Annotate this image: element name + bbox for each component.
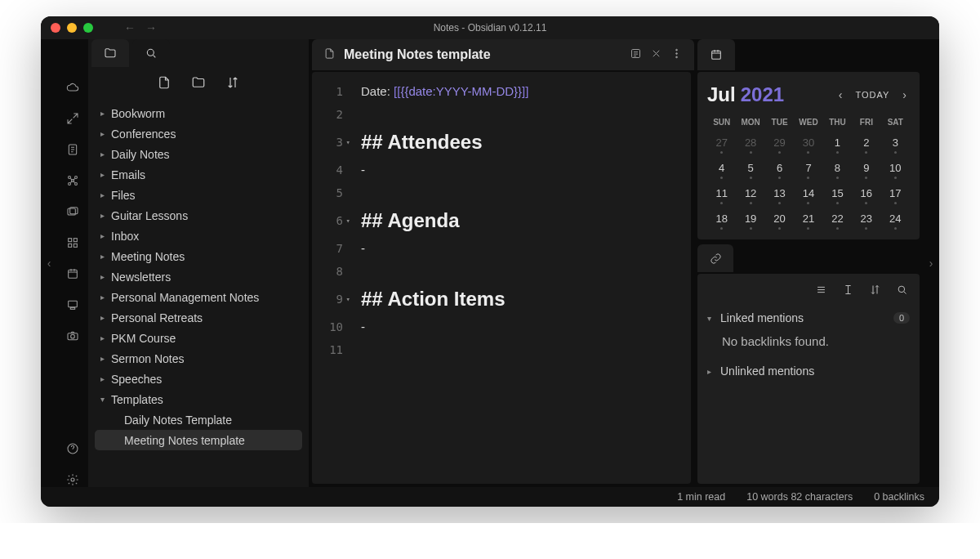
calendar-day[interactable]: 7: [794, 157, 822, 181]
calendar-year: 2021: [741, 83, 784, 106]
folder-row[interactable]: ▸Files: [95, 185, 302, 205]
sort-backlinks-button[interactable]: [869, 284, 881, 298]
new-folder-button[interactable]: [191, 75, 206, 93]
file-tree[interactable]: ▸Bookworm▸Conferences▸Daily Notes▸Emails…: [88, 101, 309, 487]
calendar-day[interactable]: 2: [852, 132, 880, 155]
calendar-day[interactable]: 24: [881, 208, 910, 231]
calendar-icon[interactable]: [65, 266, 80, 281]
close-tab-button[interactable]: [650, 47, 662, 63]
camera-icon[interactable]: [65, 329, 80, 343]
zoom-window-button[interactable]: [83, 23, 93, 33]
calendar-day[interactable]: 6: [765, 157, 794, 181]
calendar-day[interactable]: 22: [823, 208, 852, 231]
calendar-day[interactable]: 17: [881, 182, 910, 206]
sort-button[interactable]: [225, 75, 240, 93]
calendar-day[interactable]: 15: [823, 182, 852, 206]
folder-label: Conferences: [111, 127, 176, 141]
help-icon[interactable]: [65, 441, 80, 456]
preview-mode-button[interactable]: [630, 47, 642, 63]
calendar-prev-button[interactable]: ‹: [835, 88, 846, 101]
folder-row[interactable]: ▸Meeting Notes: [95, 246, 302, 266]
calendar-next-button[interactable]: ›: [899, 88, 910, 101]
folder-row[interactable]: ▸Personal Management Notes: [95, 287, 302, 307]
minimize-window-button[interactable]: [67, 23, 77, 33]
grid-icon[interactable]: [65, 235, 80, 250]
cloud-icon[interactable]: [65, 80, 80, 95]
files-tab[interactable]: [91, 39, 129, 67]
cards-icon[interactable]: [65, 204, 80, 219]
folder-row[interactable]: ▸Personal Retreats: [95, 307, 302, 328]
calendar-day[interactable]: 21: [794, 208, 822, 231]
file-row[interactable]: Meeting Notes template: [95, 430, 302, 450]
calendar-day[interactable]: 16: [852, 182, 880, 206]
calendar-day[interactable]: 1: [823, 132, 852, 155]
folder-row[interactable]: ▸Newsletters: [95, 266, 302, 287]
calendar-dow: FRI: [852, 114, 880, 130]
folder-row[interactable]: ▸Bookworm: [95, 103, 302, 123]
nav-back-button[interactable]: ←: [124, 21, 136, 34]
calendar-day[interactable]: 5: [736, 157, 764, 181]
editor-content[interactable]: Date: [[{{date:YYYY-MM-DD}}]] ## Attende…: [351, 72, 691, 484]
collapse-left-sidebar-button[interactable]: ‹: [41, 39, 57, 487]
folder-row[interactable]: ▸Conferences: [95, 123, 302, 144]
folder-row[interactable]: ▸Sermon Notes: [95, 348, 302, 369]
calendar-tab[interactable]: [697, 39, 735, 70]
settings-icon[interactable]: [65, 472, 80, 487]
calendar-today-button[interactable]: TODAY: [850, 90, 894, 100]
file-row[interactable]: Daily Notes Template: [95, 409, 302, 430]
calendar-day[interactable]: 20: [765, 208, 794, 231]
calendar-dot: [807, 177, 809, 179]
folder-row[interactable]: ▸Speeches: [95, 369, 302, 389]
search-tab[interactable]: [132, 39, 170, 67]
backlinks-tab[interactable]: [697, 244, 733, 272]
editor[interactable]: 1 2 3▾ 4 5 6▾ 7 8 9▾ 10 11 Date: [[{{dat…: [312, 72, 691, 484]
calendar-day[interactable]: 14: [794, 182, 822, 206]
chevron-right-icon: ▸: [98, 150, 106, 159]
new-note-button[interactable]: [157, 75, 172, 93]
more-options-button[interactable]: [670, 47, 683, 63]
calendar-day[interactable]: 19: [736, 208, 764, 231]
calendar-day[interactable]: 30: [794, 132, 822, 155]
calendar-day[interactable]: 8: [823, 157, 852, 181]
folder-label: Speeches: [111, 373, 162, 386]
show-context-button[interactable]: [842, 284, 854, 298]
calendar-dot: [720, 151, 723, 154]
folder-row[interactable]: ▸Daily Notes: [95, 144, 302, 164]
folder-row[interactable]: ▸PKM Course: [95, 328, 302, 348]
note-icon[interactable]: [65, 142, 80, 157]
chevron-right-icon: ▸: [707, 367, 715, 376]
search-backlinks-button[interactable]: [896, 284, 908, 298]
folder-row[interactable]: ▸Inbox: [95, 226, 302, 246]
calendar-day[interactable]: 18: [707, 208, 736, 231]
close-window-button[interactable]: [51, 23, 60, 33]
slides-icon[interactable]: [65, 297, 80, 312]
folder-row[interactable]: ▸Emails: [95, 164, 302, 185]
calendar-day[interactable]: 9: [852, 157, 880, 181]
calendar-day[interactable]: 4: [707, 157, 736, 181]
folder-row[interactable]: ▸Guitar Lessons: [95, 205, 302, 226]
calendar-dot: [750, 177, 752, 179]
calendar-dow: MON: [736, 114, 764, 130]
nav-forward-button[interactable]: →: [145, 21, 157, 34]
collapse-results-button[interactable]: [815, 284, 827, 298]
calendar-day[interactable]: 3: [881, 132, 910, 155]
svg-rect-11: [74, 244, 77, 247]
collapse-right-sidebar-button[interactable]: ›: [923, 39, 939, 487]
folder-label: Bookworm: [111, 107, 165, 120]
linked-mentions-header[interactable]: ▾ Linked mentions 0: [704, 306, 913, 329]
calendar-day[interactable]: 10: [881, 157, 910, 181]
titlebar: ← → Notes - Obsidian v0.12.11: [41, 16, 939, 39]
calendar-day[interactable]: 28: [736, 132, 764, 155]
calendar-day[interactable]: 11: [707, 182, 736, 206]
calendar-day[interactable]: 13: [765, 182, 794, 206]
calendar-day[interactable]: 29: [765, 132, 794, 155]
folder-row[interactable]: ▾Templates: [95, 389, 302, 409]
graph-icon[interactable]: [65, 173, 80, 188]
calendar-day[interactable]: 27: [707, 132, 736, 155]
editor-tab[interactable]: Meeting Notes template: [312, 39, 694, 70]
svg-point-1: [69, 177, 71, 179]
calendar-day[interactable]: 23: [852, 208, 880, 231]
calendar-day[interactable]: 12: [736, 182, 764, 206]
unlinked-mentions-header[interactable]: ▸ Unlinked mentions: [704, 360, 913, 382]
quick-switcher-icon[interactable]: [65, 111, 80, 126]
